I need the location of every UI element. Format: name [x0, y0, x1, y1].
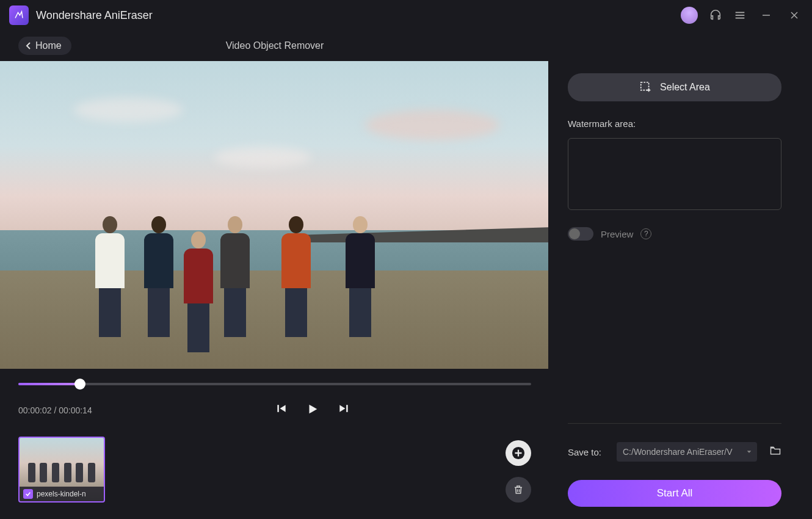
select-area-icon: [639, 81, 653, 94]
prev-frame-button[interactable]: [275, 402, 288, 418]
app-logo: [9, 5, 29, 25]
open-folder-button[interactable]: [769, 445, 781, 459]
start-all-button[interactable]: Start All: [568, 480, 781, 507]
svg-rect-7: [346, 405, 348, 412]
watermark-area-box: [568, 138, 781, 210]
app-title: Wondershare AniEraser: [36, 9, 153, 22]
page-title: Video Object Remover: [226, 40, 324, 51]
home-button[interactable]: Home: [18, 37, 71, 55]
delete-video-button[interactable]: [506, 477, 531, 503]
close-button[interactable]: [786, 9, 803, 22]
home-label: Home: [35, 40, 62, 51]
user-avatar[interactable]: [681, 7, 698, 24]
svg-rect-6: [277, 405, 279, 412]
menu-icon[interactable]: [733, 9, 747, 22]
seek-bar[interactable]: [18, 381, 531, 387]
preview-toggle[interactable]: [568, 227, 593, 241]
chevron-left-icon: [24, 42, 32, 50]
time-display: 00:00:02 / 00:00:14: [18, 405, 92, 415]
play-button[interactable]: [306, 402, 319, 418]
support-icon[interactable]: [709, 9, 722, 22]
video-thumbnail[interactable]: pexels-kindel-n: [18, 437, 105, 503]
svg-rect-9: [641, 82, 649, 90]
title-bar: Wondershare AniEraser: [0, 0, 812, 31]
thumbnail-checkbox[interactable]: [23, 489, 33, 499]
save-to-label: Save to:: [568, 447, 604, 457]
help-icon[interactable]: ?: [640, 228, 651, 239]
thumbnail-filename: pexels-kindel-n: [37, 490, 86, 498]
video-preview[interactable]: [0, 61, 548, 369]
sub-header: Home Video Object Remover: [0, 31, 812, 61]
preview-label: Preview: [601, 229, 633, 239]
select-area-button[interactable]: Select Area: [568, 73, 781, 101]
save-path-dropdown[interactable]: C:/Wondershare AniEraser/V: [617, 442, 757, 462]
watermark-area-label: Watermark area:: [568, 118, 781, 129]
add-video-button[interactable]: [506, 440, 531, 466]
next-frame-button[interactable]: [338, 402, 350, 418]
minimize-button[interactable]: [758, 9, 775, 22]
